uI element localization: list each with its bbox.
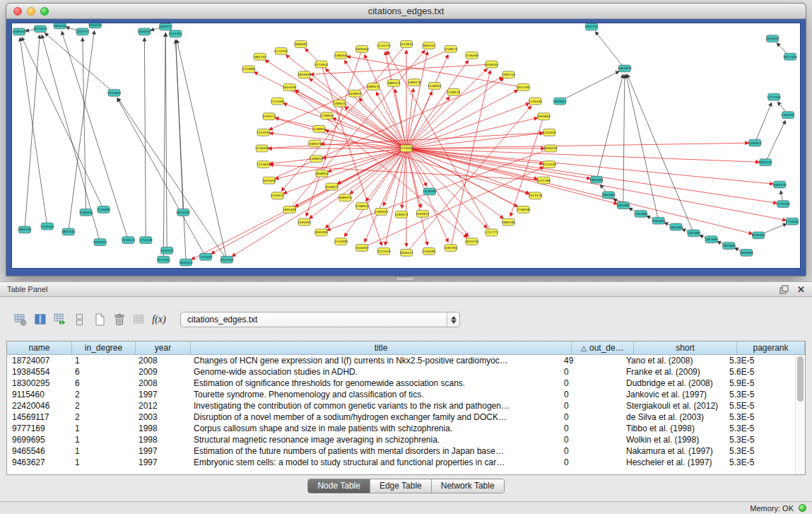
graph-node[interactable]: 1216494 [255, 145, 269, 152]
graph-node[interactable]: 1825432 [61, 228, 75, 235]
table-mode-icon[interactable] [11, 310, 30, 329]
tab-network-table[interactable]: Network Table [431, 479, 504, 493]
column-header-short[interactable]: short [634, 341, 737, 354]
graph-node[interactable]: 1604949 [283, 84, 296, 91]
graph-node[interactable]: 1686091 [294, 41, 307, 48]
column-header-out_degree[interactable]: △out_de… [572, 341, 634, 354]
graph-node[interactable]: 1587516 [502, 71, 515, 78]
float-panel-icon[interactable] [779, 285, 789, 294]
graph-node[interactable]: 1865432 [53, 23, 66, 29]
graph-node[interactable]: 1202475 [76, 28, 89, 35]
tab-edge-table[interactable]: Edge Table [370, 479, 431, 493]
graph-node[interactable]: 1248954 [355, 203, 369, 210]
graph-node[interactable]: 1595812 [748, 139, 762, 146]
graph-node[interactable]: 1895495 [283, 206, 296, 214]
import-table-icon[interactable] [129, 310, 149, 329]
graph-node[interactable]: 1274944 [314, 61, 328, 68]
graph-node[interactable]: 9245087 [752, 232, 765, 239]
graph-node[interactable]: 1756494 [465, 52, 478, 59]
graph-node[interactable]: 1083245 [759, 159, 772, 166]
graph-node[interactable]: 1455432 [160, 247, 174, 255]
scrollbar-thumb[interactable] [797, 356, 804, 402]
graph-node[interactable]: 1516492 [355, 245, 369, 252]
graph-node[interactable]: 1973478 [529, 192, 542, 199]
graph-node[interactable]: 1199475 [447, 88, 460, 95]
graph-node[interactable]: 1965432 [18, 226, 31, 233]
graph-node[interactable]: 1550513 [122, 237, 135, 244]
graph-node[interactable]: 9227456 [784, 53, 797, 60]
graph-node[interactable]: 1755432 [139, 237, 153, 244]
graph-node[interactable]: 1270765 [777, 201, 790, 208]
graph-node[interactable]: 1691684 [740, 249, 753, 256]
graph-node[interactable]: 1869785 [502, 218, 515, 226]
graph-node[interactable]: 1154909 [334, 238, 348, 245]
graph-node[interactable]: 1664879 [618, 65, 631, 72]
graph-node[interactable]: 1549312 [271, 192, 284, 199]
graph-node[interactable]: 2070123 [33, 25, 47, 33]
graph-node[interactable]: 1674934 [399, 41, 413, 48]
delete-icon[interactable] [110, 310, 129, 329]
close-window-button[interactable] [13, 7, 22, 16]
graph-node[interactable]: 1661684 [601, 192, 615, 199]
graph-node[interactable]: 1595495 [298, 218, 311, 226]
table-row[interactable]: 1872400712008Changes of HCN gene express… [7, 355, 794, 366]
graph-node[interactable]: 1525432 [199, 253, 212, 260]
graph-node[interactable]: 1694845 [537, 113, 551, 120]
graph-node[interactable]: 1909356 [355, 45, 369, 52]
edit-table-icon[interactable] [50, 310, 70, 329]
column-header-in_degree[interactable]: in_degree [72, 341, 136, 354]
graph-node[interactable]: 2051863 [107, 89, 121, 96]
graph-node[interactable]: 1087494 [444, 245, 457, 252]
graph-node[interactable]: 1546543 [12, 28, 25, 35]
panel-resize-handle[interactable] [396, 277, 414, 281]
graph-node[interactable]: 1289475 [333, 100, 346, 107]
graph-node[interactable]: 1361684 [705, 236, 718, 243]
graph-node[interactable]: 2055312 [93, 239, 107, 246]
graph-node[interactable]: 1099395 [314, 229, 328, 236]
graph-node[interactable]: 1689475 [339, 194, 352, 201]
graph-node[interactable]: 1879812 [553, 98, 567, 105]
graph-node[interactable]: 1961684 [669, 223, 683, 230]
graph-node[interactable]: 1602012 [159, 23, 172, 30]
table-row[interactable]: 2242004622012Investigating the contribut… [7, 400, 794, 411]
graph-node[interactable]: 1204395 [543, 129, 556, 136]
graph-node[interactable]: 1956432 [88, 23, 102, 28]
table-row[interactable]: 1938455462009Genome-wide association stu… [7, 366, 794, 378]
graph-node[interactable]: 1261684 [652, 217, 665, 224]
tab-node-table[interactable]: Node Table [308, 479, 370, 493]
minimize-window-button[interactable] [27, 7, 35, 16]
graph-node[interactable]: 1800547 [422, 42, 435, 49]
show-columns-icon[interactable] [30, 310, 50, 329]
graph-node[interactable]: 1614612 [766, 35, 779, 42]
graph-node[interactable]: 1748508 [517, 206, 530, 214]
graph-node[interactable]: 1148954 [312, 125, 326, 132]
network-canvas[interactable]: 1724046183029512154491221789197347817485… [11, 23, 801, 269]
column-header-title[interactable]: title [191, 341, 572, 354]
close-panel-icon[interactable]: ✕ [797, 285, 805, 294]
table-scrollbar[interactable] [795, 355, 805, 474]
graph-node[interactable]: 1831297 [585, 23, 599, 30]
graph-node[interactable]: 1957494 [517, 84, 530, 91]
table-row[interactable]: 1456911722003Disruption of a novel membe… [7, 411, 794, 423]
graph-node[interactable]: 1849395 [298, 71, 311, 78]
graph-node[interactable]: 1275432 [157, 256, 170, 263]
graph-node[interactable]: 1684078 [773, 181, 787, 188]
window-titlebar[interactable]: citations_edges.txt [6, 4, 806, 19]
table-row[interactable]: 1830029562008Estimation of significance … [7, 378, 794, 389]
graph-node[interactable]: 1255432 [40, 223, 54, 230]
graph-node[interactable]: 1589475 [308, 140, 322, 147]
graph-node[interactable]: 1861684 [590, 176, 604, 183]
graph-node[interactable]: 1174647 [257, 161, 270, 168]
graph-node[interactable]: 1648954 [348, 90, 362, 97]
graph-node[interactable]: 1584934 [334, 52, 348, 59]
graph-node[interactable]: 1848954 [315, 170, 329, 177]
column-header-year[interactable]: year [136, 341, 191, 354]
graph-node[interactable]: 1518481 [423, 188, 436, 195]
graph-node[interactable]: 1757771 [485, 229, 498, 236]
zoom-window-button[interactable] [40, 7, 49, 16]
graph-node[interactable]: 1889475 [387, 80, 401, 87]
row-selector-icon[interactable] [70, 310, 90, 329]
graph-node[interactable]: 1835432 [180, 259, 193, 266]
graph-node[interactable]: 1154754 [377, 42, 391, 49]
graph-node[interactable]: 1221789 [537, 177, 551, 184]
